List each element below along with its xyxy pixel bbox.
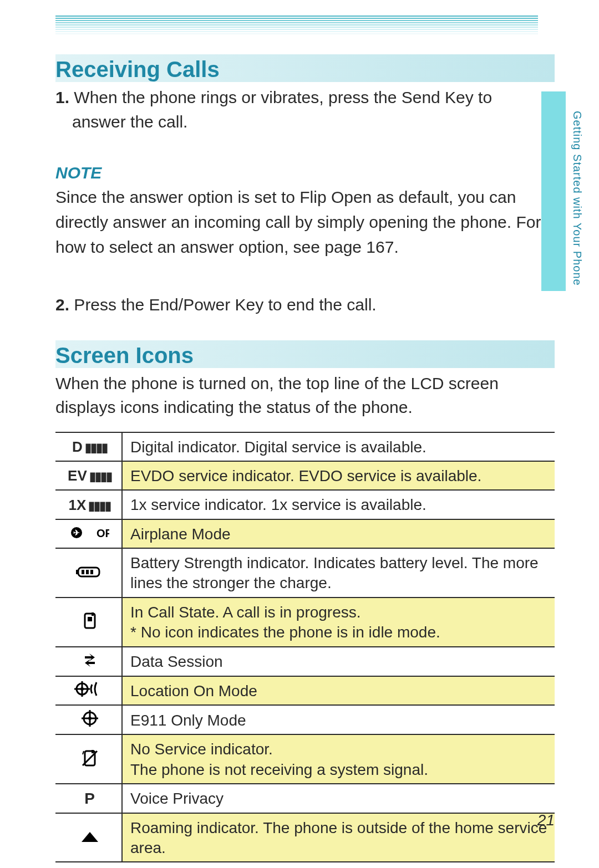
icon-description: Voice Privacy	[122, 784, 555, 813]
onex-signal-icon: 1X ▮▮▮▮	[55, 490, 122, 519]
data-session-icon-glyph	[83, 652, 97, 672]
svg-text:OFF: OFF	[97, 527, 109, 539]
evdo-signal-icon-label: EV	[68, 467, 87, 484]
icon-description: Battery Strength indicator. Indicates ba…	[122, 548, 555, 598]
icon-description: Data Session	[122, 647, 555, 676]
page-number: 21	[537, 811, 555, 829]
heading-receiving-calls: Receiving Calls	[55, 54, 555, 82]
svg-rect-6	[86, 570, 89, 574]
roaming-icon-glyph	[80, 830, 99, 847]
table-row: Battery Strength indicator. Indicates ba…	[55, 548, 555, 598]
airplane-off-icon-glyph: ✈OFF	[70, 525, 109, 544]
step-2-text: Press the End/Power Key to end the call.	[69, 295, 377, 314]
table-row: Roaming indicator. The phone is outside …	[55, 813, 555, 862]
icon-description: Digital indicator. Digital service is av…	[122, 432, 555, 461]
note-label: NOTE	[55, 164, 555, 182]
table-row: EV ▮▮▮▮EVDO service indicator. EVDO serv…	[55, 461, 555, 490]
svg-rect-10	[92, 612, 94, 616]
table-row: D ▮▮▮▮Digital indicator. Digital service…	[55, 432, 555, 461]
manual-page: Getting Started with Your Phone Receivin…	[0, 0, 599, 868]
svg-rect-9	[88, 617, 92, 621]
evdo-signal-icon: EV ▮▮▮▮	[55, 461, 122, 490]
svg-rect-4	[76, 570, 79, 574]
voice-privacy-icon-label: P	[84, 790, 95, 807]
icon-description: EVDO service indicator. EVDO service is …	[122, 461, 555, 490]
screen-icons-table: D ▮▮▮▮Digital indicator. Digital service…	[55, 432, 555, 863]
battery-icon	[55, 548, 122, 598]
table-row: E911 Only Mode	[55, 705, 555, 734]
e911-icon	[55, 705, 122, 734]
icon-description: In Call State. A call is in progress.* N…	[122, 598, 555, 647]
icon-description: Location On Mode	[122, 676, 555, 705]
voice-privacy-icon: P	[55, 784, 122, 813]
svg-marker-23	[82, 832, 98, 842]
svg-rect-5	[82, 570, 84, 574]
svg-rect-7	[90, 570, 93, 574]
no-service-icon-glyph	[82, 749, 98, 770]
screen-icons-intro: When the phone is turned on, the top lin…	[55, 371, 555, 420]
table-row: Data Session	[55, 647, 555, 676]
signal-bars-icon: ▮▮▮▮	[86, 499, 110, 513]
location-on-icon	[55, 676, 122, 705]
signal-bars-icon: ▮▮▮▮	[87, 469, 111, 483]
svg-point-14	[80, 687, 84, 691]
step-1-number: 1.	[55, 88, 69, 106]
svg-text:✈: ✈	[73, 528, 80, 537]
step-1: 1. When the phone rings or vibrates, pre…	[55, 85, 555, 134]
digital-signal-icon: D ▮▮▮▮	[55, 432, 122, 461]
table-row: 1X ▮▮▮▮1x service indicator. 1x service …	[55, 490, 555, 519]
data-session-icon	[55, 647, 122, 676]
roaming-icon	[55, 813, 122, 862]
battery-icon-glyph	[76, 565, 104, 583]
table-row: PVoice Privacy	[55, 784, 555, 813]
no-service-icon	[55, 734, 122, 784]
onex-signal-icon-label: 1X	[69, 497, 87, 513]
svg-point-18	[88, 717, 92, 720]
heading-screen-icons: Screen Icons	[55, 340, 555, 368]
note-body: Since the answer option is set to Flip O…	[55, 185, 555, 259]
step-2-number: 2.	[55, 295, 69, 314]
table-row: Location On Mode	[55, 676, 555, 705]
signal-bars-icon: ▮▮▮▮	[83, 441, 107, 455]
page-content: Receiving Calls 1. When the phone rings …	[0, 54, 599, 862]
step-1-text-line1: When the phone rings or vibrates, press …	[69, 88, 492, 106]
icon-description: No Service indicator.The phone is not re…	[122, 734, 555, 784]
e911-icon-glyph	[82, 710, 98, 731]
icon-description: Roaming indicator. The phone is outside …	[122, 813, 555, 862]
digital-signal-icon-label: D	[72, 438, 83, 455]
icon-description: Airplane Mode	[122, 519, 555, 548]
icon-description: E911 Only Mode	[122, 705, 555, 734]
table-row: In Call State. A call is in progress.* N…	[55, 598, 555, 647]
icon-description: 1x service indicator. 1x service is avai…	[122, 490, 555, 519]
section-side-label: Getting Started with Your Phone	[576, 111, 583, 286]
table-row: No Service indicator.The phone is not re…	[55, 734, 555, 784]
section-side-tab	[541, 91, 566, 291]
step-1-text-line2: answer the call.	[55, 110, 555, 134]
airplane-off-icon: ✈OFF	[55, 519, 122, 548]
svg-line-22	[83, 751, 84, 754]
table-row: ✈OFFAirplane Mode	[55, 519, 555, 548]
location-on-icon-glyph	[74, 681, 105, 701]
svg-rect-20	[92, 750, 94, 753]
step-2: 2. Press the End/Power Key to end the ca…	[55, 293, 555, 317]
in-call-icon	[55, 598, 122, 647]
decorative-stripe	[55, 16, 538, 42]
in-call-icon-glyph	[83, 612, 97, 633]
